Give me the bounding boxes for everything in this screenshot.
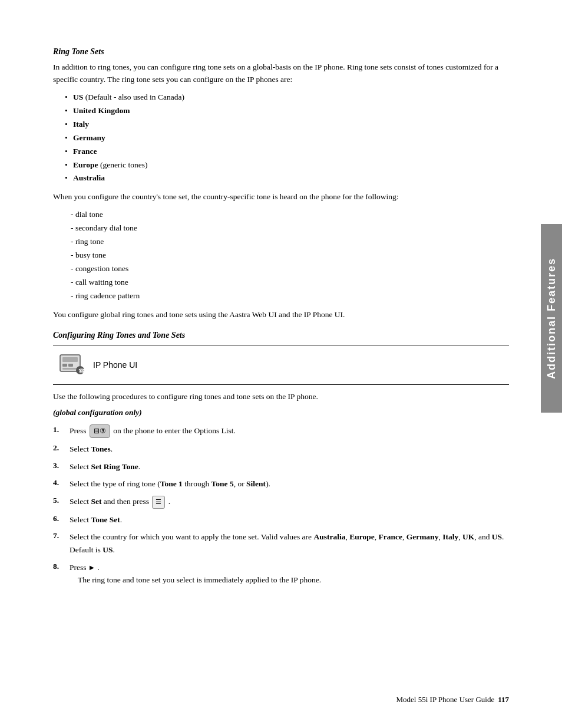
list-item: ring cadence pattern [71, 289, 509, 303]
svg-rect-4 [62, 368, 78, 370]
list-item: Australia [65, 172, 509, 185]
svg-rect-3 [68, 364, 73, 367]
svg-text:☎: ☎ [78, 368, 85, 374]
steps-container: 1. Press ⊟③ on the phone to enter the Op… [53, 424, 509, 587]
step-content-3: Select Set Ring Tone. [70, 460, 509, 473]
step-content-8: Press ▶ . The ring tone and tone set you… [70, 561, 509, 587]
step-num-6: 6. [53, 513, 67, 523]
default-us: US [103, 545, 113, 554]
tone-set-label: Tone Set [91, 515, 120, 524]
set-label: Set [91, 497, 101, 506]
country-europe: Europe [349, 532, 375, 541]
step-content-4: Select the type of ring tone (Tone 1 thr… [70, 477, 509, 490]
silent-label: Silent [246, 479, 266, 488]
ip-phone-ui-label: IP Phone UI [93, 360, 137, 370]
tones-label: Tones [91, 444, 110, 453]
step-7: 7. Select the country for which you want… [53, 531, 509, 556]
country-italy: Italy [442, 532, 458, 541]
global-only-note: (global configuration only) [53, 408, 509, 417]
step-content-2: Select Tones. [70, 443, 509, 456]
country-us: US [492, 532, 502, 541]
bullet-normal: (Default - also used in Canada) [83, 93, 184, 101]
ip-phone-ui-box: ☎ IP Phone UI [53, 348, 509, 382]
step-4: 4. Select the type of ring tone (Tone 1 … [53, 477, 509, 490]
bullet-bold: France [73, 147, 97, 156]
list-item: US (Default - also used in Canada) [65, 91, 509, 104]
step-num-4: 4. [53, 477, 67, 487]
step-1: 1. Press ⊟③ on the phone to enter the Op… [53, 424, 509, 439]
svg-rect-1 [62, 357, 78, 362]
list-item: Europe (generic tones) [65, 159, 509, 172]
side-tab: Additional Features [541, 224, 562, 413]
step-5: 5. Select Set and then press ☰ . [53, 495, 509, 509]
step-num-8: 8. [53, 561, 67, 571]
step-num-7: 7. [53, 531, 67, 541]
step-8-subtext: The ring tone and tone set you select is… [70, 575, 321, 584]
footer-page: 117 [498, 695, 509, 704]
footer-text: Model 55i IP Phone User Guide [396, 695, 495, 704]
use-following-text: Use the following procedures to configur… [53, 391, 509, 403]
step-2: 2. Select Tones. [53, 443, 509, 456]
phone-icon: ☎ [59, 354, 85, 376]
intro-paragraph: In addition to ring tones, you can confi… [53, 61, 509, 86]
list-item: United Kingdom [65, 104, 509, 118]
list-item: Germany [65, 131, 509, 145]
list-item: Italy [65, 118, 509, 131]
list-item: congestion tones [71, 262, 509, 276]
step-num-3: 3. [53, 460, 67, 470]
bullet-bold: United Kingdom [73, 106, 130, 115]
step-num-1: 1. [53, 424, 67, 434]
svg-rect-2 [62, 364, 67, 367]
bullet-bold: Germany [73, 133, 105, 142]
step-6: 6. Select Tone Set. [53, 513, 509, 526]
step-content-7: Select the country for which you want to… [70, 531, 509, 556]
list-item: ring tone [71, 235, 509, 249]
page: Ring Tone Sets In addition to ring tones… [0, 0, 562, 728]
list-item: dial tone [71, 208, 509, 222]
tone5-label: Tone 5 [211, 479, 234, 488]
options-button-icon: ⊟③ [90, 424, 110, 438]
bullet-bold: Europe [73, 160, 98, 169]
set-ring-tone-label: Set Ring Tone [91, 462, 138, 471]
country-tone-intro: When you configure the country's tone se… [53, 191, 509, 203]
menu-press-icon: ☰ [152, 496, 165, 509]
bullet-bold: Italy [73, 120, 89, 129]
footer: Model 55i IP Phone User Guide 117 [53, 695, 509, 704]
step-content-1: Press ⊟③ on the phone to enter the Optio… [70, 424, 509, 439]
step-3: 3. Select Set Ring Tone. [53, 460, 509, 473]
bottom-divider [53, 384, 509, 385]
bullet-normal: (generic tones) [98, 160, 148, 169]
global-config-note: You configure global ring tones and tone… [53, 309, 509, 321]
country-germany: Germany [406, 532, 439, 541]
country-values: Australia [313, 532, 345, 541]
country-uk: UK [462, 532, 474, 541]
step-content-5: Select Set and then press ☰ . [70, 495, 509, 509]
list-item: secondary dial tone [71, 222, 509, 235]
subsection-title: Configuring Ring Tones and Tone Sets [53, 331, 509, 340]
side-tab-label: Additional Features [546, 258, 558, 379]
step-8: 8. Press ▶ . The ring tone and tone set … [53, 561, 509, 587]
list-item: busy tone [71, 249, 509, 262]
bullet-list: US (Default - also used in Canada) Unite… [65, 91, 509, 186]
country-france: France [378, 532, 402, 541]
list-item: France [65, 145, 509, 159]
bullet-bold: Australia [73, 173, 105, 182]
dash-list: dial tone secondary dial tone ring tone … [71, 208, 509, 303]
list-item: call waiting tone [71, 276, 509, 289]
top-divider [53, 345, 509, 345]
step-num-5: 5. [53, 495, 67, 505]
tone1-label: Tone 1 [160, 479, 183, 488]
step-num-2: 2. [53, 443, 67, 453]
section-title: Ring Tone Sets [53, 47, 509, 57]
step-content-6: Select Tone Set. [70, 513, 509, 526]
bullet-bold: US [73, 93, 83, 101]
